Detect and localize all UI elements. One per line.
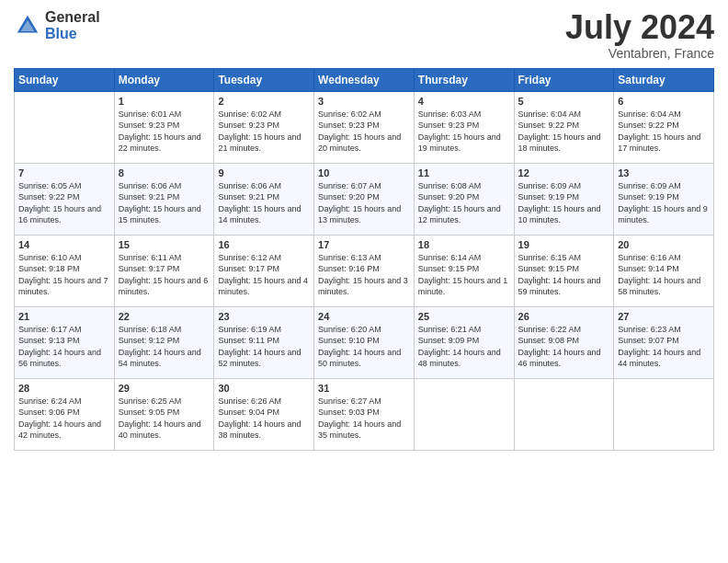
cell-info: Sunrise: 6:01 AMSunset: 9:23 PMDaylight:… (119, 109, 210, 155)
cell-info: Sunrise: 6:15 AMSunset: 9:15 PMDaylight:… (518, 252, 610, 298)
cell-info: Sunrise: 6:16 AMSunset: 9:14 PMDaylight:… (618, 252, 710, 298)
week-row-4: 28Sunrise: 6:24 AMSunset: 9:06 PMDayligh… (15, 378, 714, 450)
cell-info: Sunrise: 6:02 AMSunset: 9:23 PMDaylight:… (318, 109, 410, 155)
header-cell-monday: Monday (114, 68, 214, 91)
cell-info: Sunrise: 6:06 AMSunset: 9:21 PMDaylight:… (218, 180, 310, 226)
cell-info: Sunrise: 6:12 AMSunset: 9:17 PMDaylight:… (218, 252, 310, 298)
day-number: 1 (119, 96, 210, 107)
day-number: 19 (518, 239, 610, 250)
logo: General Blue (14, 9, 100, 42)
cell-info: Sunrise: 6:24 AMSunset: 9:06 PMDaylight:… (18, 396, 110, 442)
calendar-cell: 1Sunrise: 6:01 AMSunset: 9:23 PMDaylight… (114, 91, 214, 163)
calendar-cell: 2Sunrise: 6:02 AMSunset: 9:23 PMDaylight… (214, 91, 314, 163)
calendar-cell: 7Sunrise: 6:05 AMSunset: 9:22 PMDaylight… (15, 163, 115, 235)
week-row-0: 1Sunrise: 6:01 AMSunset: 9:23 PMDaylight… (15, 91, 714, 163)
calendar-cell (614, 378, 714, 450)
day-number: 10 (318, 167, 410, 178)
cell-info: Sunrise: 6:27 AMSunset: 9:03 PMDaylight:… (318, 396, 410, 442)
header-row: SundayMondayTuesdayWednesdayThursdayFrid… (15, 68, 714, 91)
calendar-cell: 19Sunrise: 6:15 AMSunset: 9:15 PMDayligh… (514, 235, 614, 306)
day-number: 12 (518, 167, 610, 178)
calendar-cell: 9Sunrise: 6:06 AMSunset: 9:21 PMDaylight… (214, 163, 314, 235)
cell-info: Sunrise: 6:11 AMSunset: 9:17 PMDaylight:… (119, 252, 210, 298)
week-row-3: 21Sunrise: 6:17 AMSunset: 9:13 PMDayligh… (15, 306, 714, 378)
day-number: 21 (18, 311, 110, 322)
cell-info: Sunrise: 6:02 AMSunset: 9:23 PMDaylight:… (218, 109, 310, 155)
day-number: 11 (418, 167, 510, 178)
day-number: 28 (18, 383, 110, 394)
week-row-2: 14Sunrise: 6:10 AMSunset: 9:18 PMDayligh… (15, 235, 714, 306)
calendar-cell: 11Sunrise: 6:08 AMSunset: 9:20 PMDayligh… (414, 163, 514, 235)
day-number: 9 (218, 167, 310, 178)
day-number: 25 (418, 311, 510, 322)
cell-info: Sunrise: 6:06 AMSunset: 9:21 PMDaylight:… (119, 180, 210, 226)
calendar-cell: 23Sunrise: 6:19 AMSunset: 9:11 PMDayligh… (214, 306, 314, 378)
cell-info: Sunrise: 6:07 AMSunset: 9:20 PMDaylight:… (318, 180, 410, 226)
calendar-cell (514, 378, 614, 450)
day-number: 6 (618, 96, 710, 107)
calendar-cell: 10Sunrise: 6:07 AMSunset: 9:20 PMDayligh… (314, 163, 415, 235)
day-number: 20 (618, 239, 710, 250)
day-number: 8 (119, 167, 210, 178)
calendar-cell: 22Sunrise: 6:18 AMSunset: 9:12 PMDayligh… (114, 306, 214, 378)
calendar-cell: 31Sunrise: 6:27 AMSunset: 9:03 PMDayligh… (314, 378, 415, 450)
day-number: 2 (218, 96, 310, 107)
cell-info: Sunrise: 6:03 AMSunset: 9:23 PMDaylight:… (418, 109, 510, 155)
logo-blue-text: Blue (45, 26, 77, 41)
day-number: 13 (618, 167, 710, 178)
calendar-cell: 13Sunrise: 6:09 AMSunset: 9:19 PMDayligh… (614, 163, 714, 235)
day-number: 22 (119, 311, 210, 322)
calendar-cell: 14Sunrise: 6:10 AMSunset: 9:18 PMDayligh… (15, 235, 115, 306)
cell-info: Sunrise: 6:04 AMSunset: 9:22 PMDaylight:… (518, 109, 610, 155)
cell-info: Sunrise: 6:19 AMSunset: 9:11 PMDaylight:… (218, 324, 310, 370)
header-cell-wednesday: Wednesday (314, 68, 415, 91)
cell-info: Sunrise: 6:20 AMSunset: 9:10 PMDaylight:… (318, 324, 410, 370)
cell-info: Sunrise: 6:23 AMSunset: 9:07 PMDaylight:… (618, 324, 710, 370)
day-number: 17 (318, 239, 410, 250)
cell-info: Sunrise: 6:18 AMSunset: 9:12 PMDaylight:… (119, 324, 210, 370)
cell-info: Sunrise: 6:17 AMSunset: 9:13 PMDaylight:… (18, 324, 110, 370)
calendar-cell: 28Sunrise: 6:24 AMSunset: 9:06 PMDayligh… (15, 378, 115, 450)
cell-info: Sunrise: 6:26 AMSunset: 9:04 PMDaylight:… (218, 396, 310, 442)
header-cell-tuesday: Tuesday (214, 68, 314, 91)
calendar-cell: 24Sunrise: 6:20 AMSunset: 9:10 PMDayligh… (314, 306, 415, 378)
calendar-cell (414, 378, 514, 450)
calendar-cell: 27Sunrise: 6:23 AMSunset: 9:07 PMDayligh… (614, 306, 714, 378)
calendar-cell: 15Sunrise: 6:11 AMSunset: 9:17 PMDayligh… (114, 235, 214, 306)
calendar-cell: 18Sunrise: 6:14 AMSunset: 9:15 PMDayligh… (414, 235, 514, 306)
calendar-cell (15, 91, 115, 163)
calendar-cell: 30Sunrise: 6:26 AMSunset: 9:04 PMDayligh… (214, 378, 314, 450)
cell-info: Sunrise: 6:09 AMSunset: 9:19 PMDaylight:… (518, 180, 610, 226)
day-number: 23 (218, 311, 310, 322)
logo-icon (14, 12, 41, 40)
cell-info: Sunrise: 6:13 AMSunset: 9:16 PMDaylight:… (318, 252, 410, 298)
cell-info: Sunrise: 6:04 AMSunset: 9:22 PMDaylight:… (618, 109, 710, 155)
page: General Blue July 2024 Ventabren, France… (0, 0, 728, 563)
header-cell-saturday: Saturday (614, 68, 714, 91)
logo-general-text: General (45, 9, 100, 25)
calendar-cell: 21Sunrise: 6:17 AMSunset: 9:13 PMDayligh… (15, 306, 115, 378)
day-number: 24 (318, 311, 410, 322)
subtitle: Ventabren, France (565, 46, 714, 61)
header-cell-sunday: Sunday (15, 68, 115, 91)
header: General Blue July 2024 Ventabren, France (14, 9, 714, 61)
calendar-cell: 12Sunrise: 6:09 AMSunset: 9:19 PMDayligh… (514, 163, 614, 235)
day-number: 30 (218, 383, 310, 394)
day-number: 16 (218, 239, 310, 250)
week-row-1: 7Sunrise: 6:05 AMSunset: 9:22 PMDaylight… (15, 163, 714, 235)
day-number: 7 (18, 167, 110, 178)
cell-info: Sunrise: 6:08 AMSunset: 9:20 PMDaylight:… (418, 180, 510, 226)
calendar-cell: 8Sunrise: 6:06 AMSunset: 9:21 PMDaylight… (114, 163, 214, 235)
month-title: July 2024 (565, 9, 714, 46)
title-block: July 2024 Ventabren, France (565, 9, 714, 61)
day-number: 3 (318, 96, 410, 107)
calendar-cell: 17Sunrise: 6:13 AMSunset: 9:16 PMDayligh… (314, 235, 415, 306)
cell-info: Sunrise: 6:22 AMSunset: 9:08 PMDaylight:… (518, 324, 610, 370)
day-number: 31 (318, 383, 410, 394)
calendar-cell: 16Sunrise: 6:12 AMSunset: 9:17 PMDayligh… (214, 235, 314, 306)
header-cell-friday: Friday (514, 68, 614, 91)
cell-info: Sunrise: 6:25 AMSunset: 9:05 PMDaylight:… (119, 396, 210, 442)
header-cell-thursday: Thursday (414, 68, 514, 91)
calendar-cell: 25Sunrise: 6:21 AMSunset: 9:09 PMDayligh… (414, 306, 514, 378)
calendar-cell: 5Sunrise: 6:04 AMSunset: 9:22 PMDaylight… (514, 91, 614, 163)
